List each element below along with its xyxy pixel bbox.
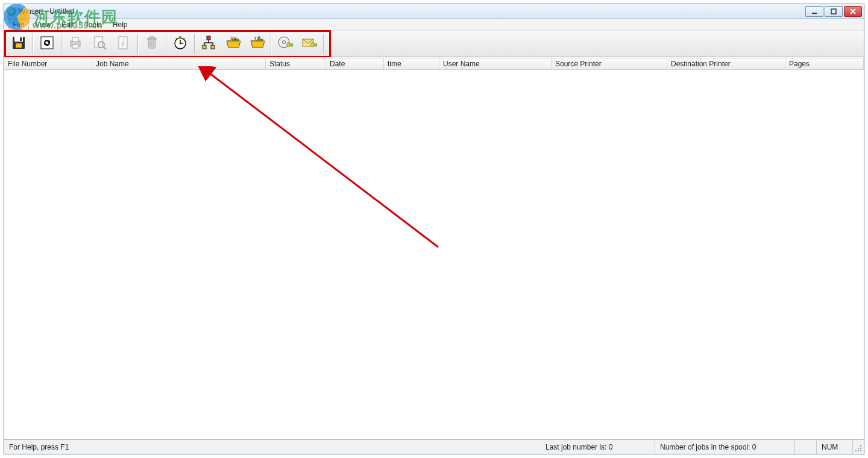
svg-rect-43	[860, 448, 861, 449]
svg-point-32	[283, 41, 286, 44]
svg-rect-25	[179, 36, 181, 38]
svg-rect-2	[831, 9, 836, 14]
column-time[interactable]: time	[384, 58, 439, 69]
toolbar-tree-button[interactable]	[197, 33, 220, 55]
refresh-icon	[39, 35, 55, 53]
statusbar: For Help, press F1 Last job number is: 0…	[4, 439, 864, 454]
menu-edit[interactable]: Edit	[57, 19, 79, 30]
toolbar-disc-key-button[interactable]	[274, 33, 297, 55]
toolbar-print-button[interactable]	[64, 33, 87, 55]
column-file-number[interactable]: File Number	[4, 58, 92, 69]
svg-rect-7	[41, 37, 53, 49]
clock-icon	[172, 35, 188, 53]
svg-rect-46	[860, 450, 861, 451]
svg-rect-9	[72, 37, 78, 42]
resize-grip[interactable]	[853, 440, 864, 454]
svg-text:T: T	[254, 36, 257, 41]
toolbar-delete-button[interactable]	[140, 33, 163, 55]
column-status[interactable]: Status	[266, 58, 326, 69]
menu-tools[interactable]: Tools	[80, 19, 107, 30]
open-folder-tx-icon: T	[249, 35, 265, 53]
menu-file[interactable]: File	[8, 19, 29, 30]
column-pages[interactable]: Pages	[785, 58, 864, 69]
disc-key-icon	[277, 35, 293, 53]
list-body[interactable]	[4, 70, 864, 439]
app-icon	[7, 7, 16, 16]
close-button[interactable]	[844, 6, 862, 17]
print-icon	[68, 35, 83, 53]
toolbar-envelope-key-button[interactable]	[298, 33, 321, 55]
svg-rect-45	[858, 450, 859, 451]
menu-view[interactable]: View	[30, 19, 55, 30]
open-folder-sc-icon: S	[225, 35, 241, 53]
save-icon	[11, 35, 27, 53]
column-dest-printer[interactable]: Destination Printer	[667, 58, 785, 69]
toolbar-open-sc-button[interactable]: S	[221, 33, 244, 55]
svg-rect-1	[812, 13, 817, 14]
svg-rect-28	[211, 45, 215, 49]
list-header: File Number Job Name Status Date time Us…	[4, 58, 864, 70]
toolbar-info-button[interactable]: i	[112, 33, 135, 55]
window-controls	[805, 6, 863, 17]
status-num-lock: NUM	[817, 440, 853, 454]
maximize-button[interactable]	[825, 6, 843, 17]
svg-rect-44	[855, 450, 857, 451]
envelope-key-icon	[301, 35, 317, 53]
svg-rect-5	[16, 43, 22, 48]
svg-rect-35	[292, 44, 293, 46]
column-source-printer[interactable]: Source Printer	[552, 58, 667, 69]
column-job-name[interactable]: Job Name	[92, 58, 266, 69]
menubar: File View Edit Tools Help	[4, 19, 864, 31]
job-list-area: File Number Job Name Status Date time Us…	[4, 57, 864, 439]
status-spool-jobs: Number of jobs in the spool: 0	[655, 440, 795, 454]
window-title: Winsert - Untitled	[19, 7, 74, 16]
svg-rect-39	[316, 44, 317, 46]
status-help-text: For Help, press F1	[4, 440, 541, 454]
preview-icon	[92, 35, 107, 53]
svg-rect-17	[150, 37, 154, 38]
minimize-button[interactable]	[805, 6, 823, 17]
titlebar[interactable]: Winsert - Untitled	[4, 4, 864, 19]
svg-rect-10	[72, 45, 78, 48]
svg-rect-27	[203, 45, 206, 49]
svg-rect-41	[860, 445, 861, 447]
toolbar-open-tx-button[interactable]: T	[245, 33, 268, 55]
svg-rect-6	[20, 37, 22, 41]
toolbar-preview-button[interactable]	[88, 33, 111, 55]
toolbar: i S T	[4, 31, 864, 57]
toolbar-refresh-button[interactable]	[36, 33, 58, 55]
toolbar-clock-button[interactable]	[169, 33, 192, 55]
status-last-job: Last job number is: 0	[541, 440, 655, 454]
column-user-name[interactable]: User Name	[439, 58, 552, 69]
svg-rect-42	[858, 448, 859, 449]
info-icon: i	[116, 35, 131, 53]
menu-help[interactable]: Help	[108, 19, 133, 30]
svg-line-13	[104, 47, 106, 49]
svg-rect-26	[207, 36, 210, 40]
svg-text:S: S	[230, 36, 234, 41]
delete-icon	[144, 35, 160, 53]
toolbar-save-button[interactable]	[7, 33, 30, 55]
tree-icon	[201, 35, 216, 53]
application-window: Winsert - Untitled File View Edit Tools …	[4, 4, 864, 454]
column-date[interactable]: Date	[326, 58, 384, 69]
